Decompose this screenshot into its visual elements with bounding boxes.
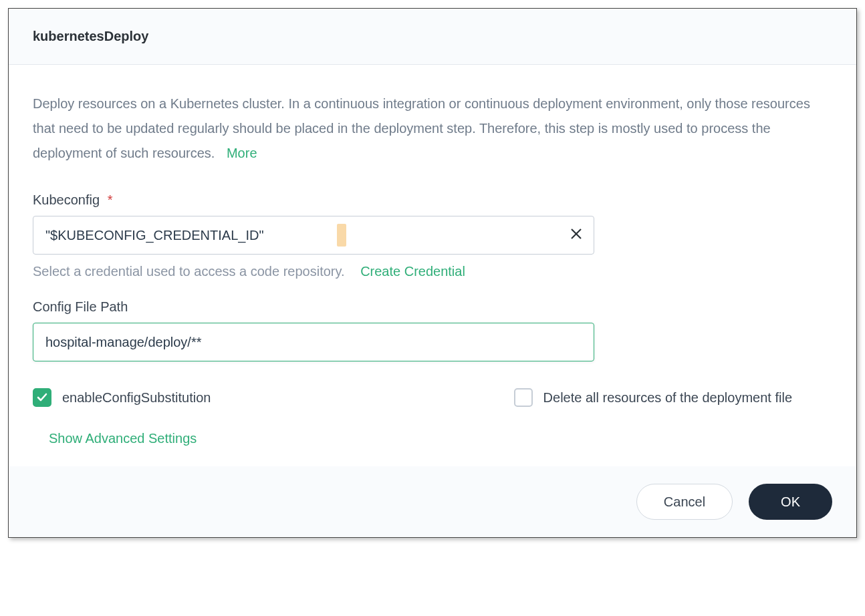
enable-substitution-label: enableConfigSubstitution bbox=[62, 390, 211, 406]
modal-header: kubernetesDeploy bbox=[9, 9, 856, 65]
kubeconfig-label: Kubeconfig * bbox=[33, 192, 832, 208]
kubeconfig-input[interactable] bbox=[33, 216, 594, 255]
checkbox-checked-icon bbox=[33, 388, 51, 407]
clear-icon[interactable] bbox=[570, 228, 582, 243]
create-credential-link[interactable]: Create Credential bbox=[360, 264, 465, 279]
delete-resources-checkbox[interactable]: Delete all resources of the deployment f… bbox=[514, 388, 792, 407]
text-cursor-icon bbox=[337, 224, 346, 247]
checkbox-row: enableConfigSubstitution Delete all reso… bbox=[33, 388, 832, 407]
modal-body: Deploy resources on a Kubernetes cluster… bbox=[9, 65, 856, 466]
description-body: Deploy resources on a Kubernetes cluster… bbox=[33, 96, 810, 160]
kubeconfig-field: Kubeconfig * Select a credential used to… bbox=[33, 192, 832, 279]
kubeconfig-label-text: Kubeconfig bbox=[33, 192, 100, 207]
kubeconfig-helper-text: Select a credential used to access a cod… bbox=[33, 264, 345, 279]
modal-dialog: kubernetesDeploy Deploy resources on a K… bbox=[8, 8, 857, 538]
config-path-field: Config File Path bbox=[33, 299, 832, 361]
kubeconfig-helper: Select a credential used to access a cod… bbox=[33, 264, 832, 279]
checkbox-unchecked-icon bbox=[514, 388, 533, 407]
kubeconfig-input-wrap bbox=[33, 216, 594, 255]
required-mark: * bbox=[108, 192, 113, 207]
more-link[interactable]: More bbox=[227, 146, 257, 160]
config-path-input-wrap bbox=[33, 323, 594, 361]
modal-title: kubernetesDeploy bbox=[33, 29, 832, 44]
cancel-button[interactable]: Cancel bbox=[636, 484, 733, 520]
config-path-input[interactable] bbox=[33, 323, 594, 361]
modal-footer: Cancel OK bbox=[9, 466, 856, 537]
ok-button[interactable]: OK bbox=[749, 484, 832, 520]
config-path-label: Config File Path bbox=[33, 299, 832, 315]
delete-resources-label: Delete all resources of the deployment f… bbox=[543, 390, 792, 406]
advanced-settings-link[interactable]: Show Advanced Settings bbox=[49, 431, 197, 446]
enable-substitution-checkbox[interactable]: enableConfigSubstitution bbox=[33, 388, 211, 407]
description-text: Deploy resources on a Kubernetes cluster… bbox=[33, 92, 832, 166]
